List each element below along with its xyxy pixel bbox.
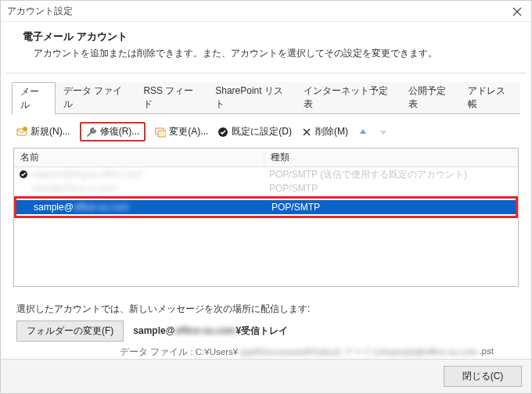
tab-bar: メール データ ファイル RSS フィード SharePoint リスト インタ… xyxy=(9,81,523,114)
change-folder-button[interactable]: フォルダーの変更(F) xyxy=(16,321,124,342)
delivery-intro: 選択したアカウントでは、新しいメッセージを次の場所に配信します: xyxy=(16,303,516,316)
list-item[interactable]: main@office-su.com POP/SMTP xyxy=(14,181,518,195)
change-label: 変更(A)... xyxy=(169,125,208,138)
list-item-selected[interactable]: sample@sample@office-su.comoffice-su.com… xyxy=(16,200,516,214)
tab-public-cal[interactable]: 公開予定表 xyxy=(401,82,461,114)
account-type: POP/SMTP (送信で使用する既定のアカウント) xyxy=(264,168,518,181)
delivery-section: 選択したアカウントでは、新しいメッセージを次の場所に配信します: フォルダーの変… xyxy=(9,296,523,363)
move-up-icon[interactable] xyxy=(358,127,368,138)
change-button[interactable]: 変更(A)... xyxy=(155,125,208,138)
account-list: 名前 種類 support@lingua-office.com POP/SMTP… xyxy=(13,148,519,287)
tab-mail[interactable]: メール xyxy=(12,82,56,115)
account-name: main@office-su.com xyxy=(19,183,117,194)
dialog-header: 電子メール アカウント アカウントを追加または削除できます。また、アカウントを選… xyxy=(1,22,531,73)
account-name: sample@sample@office-su.comoffice-su.com xyxy=(21,202,129,213)
set-default-button[interactable]: 既定に設定(D) xyxy=(217,125,292,138)
tab-internet-cal[interactable]: インターネット予定表 xyxy=(296,82,400,114)
list-body: support@lingua-office.com POP/SMTP (送信で使… xyxy=(14,167,518,286)
close-button[interactable]: 閉じる(C) xyxy=(444,366,522,387)
tab-datafiles[interactable]: データ ファイル xyxy=(56,82,135,114)
header-description: アカウントを追加または削除できます。また、アカウントを選択してその設定を変更でき… xyxy=(23,47,516,60)
new-icon xyxy=(16,127,27,138)
list-item[interactable]: support@lingua-office.com POP/SMTP (送信で使… xyxy=(14,167,518,181)
new-label: 新規(N)... xyxy=(31,125,70,138)
column-name[interactable]: 名前 xyxy=(14,149,264,167)
account-type: POP/SMTP xyxy=(264,183,518,194)
tab-rss[interactable]: RSS フィード xyxy=(135,82,207,114)
svg-rect-3 xyxy=(158,131,166,137)
close-icon[interactable] xyxy=(511,5,523,18)
tab-sharepoint[interactable]: SharePoint リスト xyxy=(207,82,296,114)
account-name: support@lingua-office.com xyxy=(31,169,143,180)
default-label: 既定に設定(D) xyxy=(232,125,292,138)
delete-label: 削除(M) xyxy=(315,125,348,138)
repair-button[interactable]: 修復(R)... xyxy=(80,122,146,141)
delivery-location: sample@office-su.com¥受信トレイ xyxy=(133,324,288,338)
wrench-icon xyxy=(86,127,97,138)
column-type[interactable]: 種類 xyxy=(264,149,518,167)
delete-button[interactable]: 削除(M) xyxy=(301,125,348,138)
change-icon xyxy=(155,127,166,138)
window-title: アカウント設定 xyxy=(7,5,73,18)
check-icon xyxy=(217,127,228,138)
dialog-footer: 閉じる(C) xyxy=(1,359,531,393)
tab-addressbook[interactable]: アドレス帳 xyxy=(460,82,520,114)
svg-point-1 xyxy=(23,127,27,131)
datafile-path: データ ファイル : C:¥Users¥app¥Documents¥Outloo… xyxy=(16,342,516,358)
highlight-box: sample@sample@office-su.comoffice-su.com… xyxy=(14,196,518,218)
titlebar: アカウント設定 xyxy=(1,1,531,22)
list-header: 名前 種類 xyxy=(14,149,518,167)
account-type: POP/SMTP xyxy=(267,202,516,213)
new-button[interactable]: 新規(N)... xyxy=(16,125,70,138)
toolbar: 新規(N)... 修復(R)... 変更(A)... 既定に設定(D) 削除(M xyxy=(9,119,523,148)
move-down-icon[interactable] xyxy=(378,127,389,138)
header-title: 電子メール アカウント xyxy=(23,30,516,44)
default-badge-icon xyxy=(19,170,28,179)
divider xyxy=(5,73,527,73)
repair-label: 修復(R)... xyxy=(100,125,140,138)
delete-icon xyxy=(301,127,312,138)
